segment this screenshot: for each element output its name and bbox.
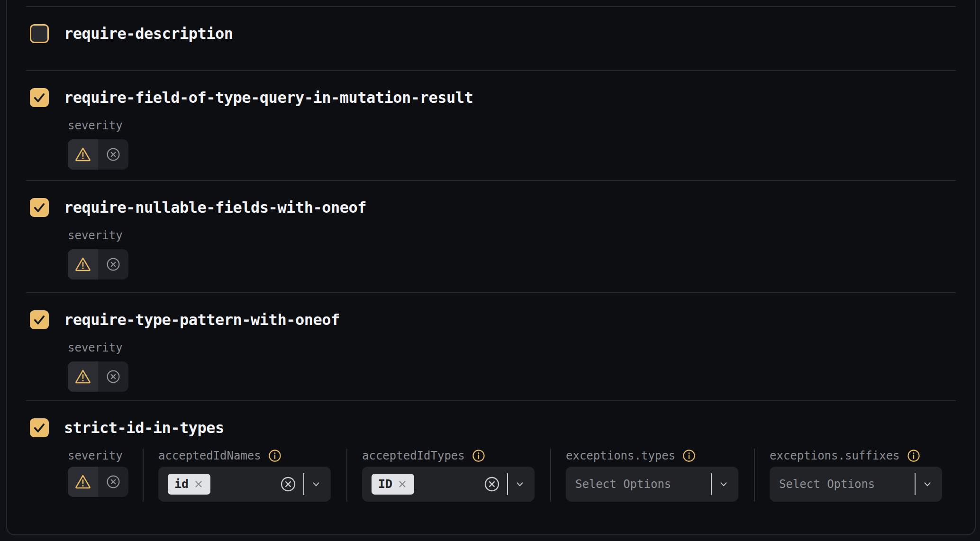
chip-label: ID [378, 474, 392, 495]
rule-row-require-type-pattern-with-oneof: require-type-pattern-with-oneof severity [26, 292, 956, 400]
info-icon[interactable] [472, 449, 486, 463]
severity-warn-button[interactable] [68, 361, 98, 392]
info-icon[interactable] [682, 449, 696, 463]
warning-triangle-icon [74, 256, 91, 273]
rule-title: require-field-of-type-query-in-mutation-… [64, 88, 473, 107]
severity-off-button[interactable] [98, 361, 128, 392]
severity-label: severity [68, 449, 143, 463]
rule-title: strict-id-in-types [64, 418, 224, 437]
exceptions-suffixes-label: exceptions.suffixes [770, 449, 900, 463]
severity-off-button[interactable] [98, 467, 128, 497]
rule-row-require-description: require-description [26, 6, 956, 70]
chip-label: id [174, 474, 189, 495]
check-icon [31, 420, 47, 436]
severity-warn-button[interactable] [68, 139, 98, 170]
rule-title: require-type-pattern-with-oneof [64, 310, 340, 329]
severity-off-button[interactable] [98, 139, 128, 170]
exceptions-types-label: exceptions.types [566, 449, 675, 463]
accepted-id-types-label: acceptedIdTypes [362, 449, 465, 463]
accepted-id-types-column: acceptedIdTypes ID [346, 449, 550, 502]
remove-chip-icon[interactable] [193, 479, 204, 489]
warning-triangle-icon [74, 368, 91, 385]
warning-triangle-icon [74, 473, 91, 490]
select-separator [711, 473, 712, 495]
severity-toggle [68, 249, 128, 280]
severity-warn-button[interactable] [68, 249, 98, 280]
lint-rules-panel: require-description require-field-of-typ… [6, 0, 976, 535]
cancel-circle-icon [106, 474, 121, 489]
check-icon [31, 312, 47, 328]
check-icon [31, 199, 47, 216]
info-icon[interactable] [907, 449, 921, 463]
select-separator [915, 473, 916, 495]
cancel-circle-icon [106, 147, 121, 162]
chevron-down-icon[interactable] [310, 478, 322, 490]
exceptions-suffixes-select[interactable]: Select Options [770, 467, 942, 502]
severity-column: severity [68, 449, 143, 502]
accepted-id-names-column: acceptedIdNames id [143, 449, 346, 502]
select-separator [507, 473, 508, 495]
rule-row-require-field-of-type-query-in-mutation-result: require-field-of-type-query-in-mutation-… [26, 70, 956, 180]
remove-chip-icon[interactable] [397, 479, 408, 489]
severity-toggle [68, 467, 128, 497]
severity-toggle [68, 361, 128, 392]
accepted-id-types-select[interactable]: ID [362, 467, 535, 502]
select-placeholder: Select Options [779, 478, 875, 491]
rule-row-strict-id-in-types: strict-id-in-types severity [26, 400, 956, 534]
check-icon [31, 90, 47, 106]
rule-title: require-description [64, 24, 233, 43]
severity-label: severity [68, 341, 956, 355]
clear-selection-icon[interactable] [280, 476, 297, 493]
accepted-id-names-select[interactable]: id [158, 467, 331, 502]
info-icon[interactable] [268, 449, 282, 463]
rule-checkbox-checked[interactable] [30, 88, 49, 107]
chevron-down-icon[interactable] [514, 478, 526, 490]
selected-chip: ID [372, 474, 414, 495]
rule-checkbox-checked[interactable] [30, 418, 49, 437]
exceptions-suffixes-column: exceptions.suffixes Select Options [754, 449, 958, 502]
rule-checkbox-unchecked[interactable] [30, 24, 49, 43]
cancel-circle-icon [106, 257, 121, 272]
severity-label: severity [68, 228, 956, 243]
chevron-down-icon[interactable] [717, 478, 730, 490]
selected-chip: id [168, 474, 210, 495]
accepted-id-names-label: acceptedIdNames [158, 449, 261, 463]
chevron-down-icon[interactable] [921, 478, 934, 490]
severity-off-button[interactable] [98, 249, 128, 280]
rule-checkbox-checked[interactable] [30, 310, 49, 329]
rule-title: require-nullable-fields-with-oneof [64, 198, 366, 217]
severity-toggle [68, 139, 128, 170]
exceptions-types-column: exceptions.types Select Options [550, 449, 754, 502]
rule-row-require-nullable-fields-with-oneof: require-nullable-fields-with-oneof sever… [26, 180, 956, 292]
warning-triangle-icon [74, 146, 91, 163]
severity-label: severity [68, 118, 956, 133]
rule-checkbox-checked[interactable] [30, 198, 49, 217]
cancel-circle-icon [106, 369, 121, 384]
exceptions-types-select[interactable]: Select Options [566, 467, 738, 502]
severity-warn-button[interactable] [68, 467, 98, 497]
select-separator [303, 473, 304, 495]
clear-selection-icon[interactable] [483, 476, 500, 493]
select-placeholder: Select Options [575, 478, 671, 491]
